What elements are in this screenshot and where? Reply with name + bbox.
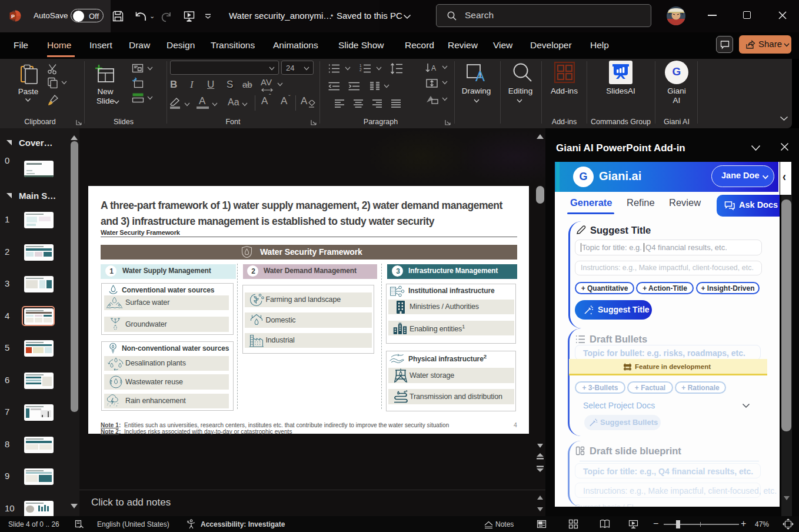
svg-text:A: A xyxy=(475,68,485,84)
svg-text:P: P xyxy=(11,14,15,19)
svg-text:2: 2 xyxy=(359,68,362,72)
svg-text:A: A xyxy=(431,64,436,72)
svg-text:1: 1 xyxy=(359,64,362,68)
